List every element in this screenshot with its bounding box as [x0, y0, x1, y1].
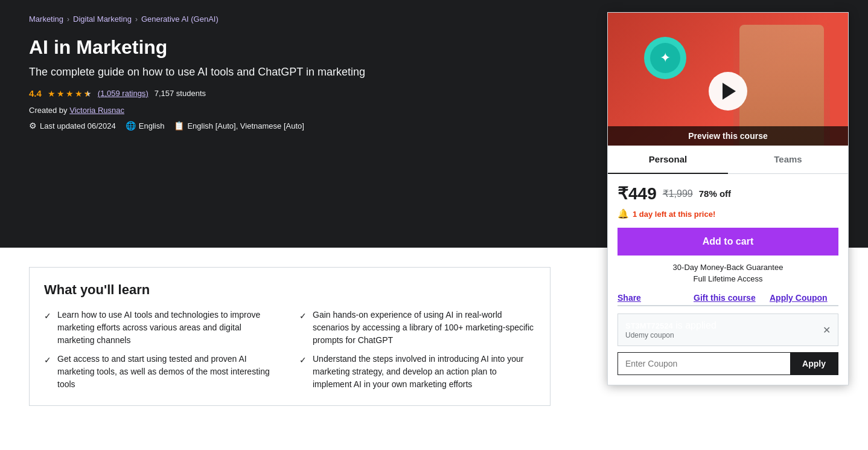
course-title: AI in Marketing — [29, 36, 560, 59]
alarm-icon: 🔔 — [617, 208, 629, 219]
share-link[interactable]: Share — [617, 291, 686, 305]
coupon-apply-button[interactable]: Apply — [790, 353, 838, 374]
preview-label: Preview this course — [608, 126, 848, 146]
coupon-applied-row: ST3MT72524 is applied Udemy coupon ✕ — [617, 313, 838, 346]
star-2: ★ — [57, 89, 65, 98]
coupon-remove-button[interactable]: ✕ — [823, 324, 831, 336]
price-row: ₹449 ₹1,999 78% off — [617, 184, 838, 204]
ratings-link[interactable]: (1,059 ratings) — [98, 89, 148, 98]
last-updated: Last updated 06/2024 — [40, 121, 116, 130]
learn-grid: ✓ Learn how to use AI tools and technolo… — [44, 309, 535, 391]
tab-teams[interactable]: Teams — [728, 146, 848, 174]
preview-overlay — [608, 13, 848, 146]
what-learn-title: What you'll learn — [44, 282, 535, 298]
star-1: ★ — [48, 89, 56, 98]
gift-link[interactable]: Gift this course — [694, 291, 762, 305]
star-5: ★★ — [84, 89, 92, 98]
settings-icon: ⚙ — [29, 121, 37, 130]
globe-icon: 🌐 — [126, 121, 136, 130]
price-original: ₹1,999 — [663, 188, 693, 199]
created-by-prefix: Created by — [29, 106, 68, 115]
urgency-text: 1 day left at this price! — [633, 210, 715, 219]
learn-item-4: ✓ Understand the steps involved in intro… — [299, 353, 535, 391]
coupon-input[interactable] — [618, 353, 790, 374]
rating-number: 4.4 — [29, 88, 42, 98]
star-3: ★ — [66, 89, 74, 98]
check-icon-1: ✓ — [44, 310, 51, 347]
breadcrumb-sep-1: › — [67, 15, 69, 24]
learn-item-1: ✓ Learn how to use AI tools and technolo… — [44, 309, 280, 347]
coupon-code: ST3MT72524 — [625, 321, 673, 330]
tab-personal[interactable]: Personal — [608, 146, 728, 174]
coupon-type: Udemy coupon — [625, 331, 716, 339]
apply-coupon-link[interactable]: Apply Coupon — [770, 291, 838, 305]
meta-language: 🌐 English — [126, 121, 165, 130]
breadcrumb-genai[interactable]: Generative AI (GenAI) — [141, 14, 219, 24]
learn-item-3: ✓ Gain hands-on experience of using AI i… — [299, 309, 535, 347]
page-wrapper: Marketing › Digital Marketing › Generati… — [0, 0, 868, 450]
check-icon-3: ✓ — [299, 310, 307, 347]
breadcrumb-sep-2: › — [135, 15, 138, 24]
meta-captions: 📋 English [Auto], Vietnamese [Auto] — [174, 121, 304, 130]
play-button[interactable] — [709, 72, 747, 111]
tabs-row: Personal Teams — [608, 146, 848, 174]
card-body: ₹449 ₹1,999 78% off 🔔 1 day left at this… — [608, 174, 848, 385]
meta-updated: ⚙ Last updated 06/2024 — [29, 121, 116, 130]
star-4: ★ — [75, 89, 83, 98]
check-icon-4: ✓ — [299, 354, 307, 391]
main-content: What you'll learn ✓ Learn how to use AI … — [0, 248, 579, 440]
what-you-learn-box: What you'll learn ✓ Learn how to use AI … — [29, 267, 550, 406]
urgency-row: 🔔 1 day left at this price! — [617, 208, 838, 219]
course-subtitle: The complete guide on how to use AI tool… — [29, 66, 560, 79]
instructor-link[interactable]: Victoria Rusnac — [69, 106, 124, 115]
guarantee-text: 30-Day Money-Back Guarantee — [617, 263, 838, 272]
learn-text-2: Get access to and start using tested and… — [57, 353, 280, 391]
course-card: ✦ Preview this course — [607, 12, 849, 385]
coupon-info: ST3MT72524 is applied Udemy coupon — [625, 320, 716, 339]
discount-badge: 78% off — [699, 188, 731, 199]
learn-item-2: ✓ Get access to and start using tested a… — [44, 353, 280, 391]
check-icon-2: ✓ — [44, 354, 51, 391]
captions: English [Auto], Vietnamese [Auto] — [187, 121, 304, 130]
hero-section: Marketing › Digital Marketing › Generati… — [0, 0, 868, 248]
language: English — [139, 121, 165, 130]
coupon-input-row: Apply — [617, 352, 838, 375]
price-current: ₹449 — [617, 184, 657, 204]
breadcrumb-marketing[interactable]: Marketing — [29, 14, 63, 24]
add-to-cart-button[interactable]: Add to cart — [617, 228, 838, 256]
breadcrumb-digital-marketing[interactable]: Digital Marketing — [73, 14, 132, 24]
action-links: Share Gift this course Apply Coupon — [617, 291, 838, 306]
preview-image[interactable]: ✦ Preview this course — [608, 13, 848, 146]
stars: ★ ★ ★ ★ ★★ — [48, 89, 92, 98]
lifetime-text: Full Lifetime Access — [617, 274, 838, 283]
play-triangle-icon — [723, 83, 736, 100]
learn-text-4: Understand the steps involved in introdu… — [313, 353, 535, 391]
learn-text-1: Learn how to use AI tools and technologi… — [57, 309, 280, 347]
learn-text-3: Gain hands-on experience of using AI in … — [313, 309, 535, 347]
students-count: 7,157 students — [155, 89, 206, 98]
coupon-status: is applied — [675, 320, 716, 330]
caption-icon: 📋 — [174, 121, 184, 130]
